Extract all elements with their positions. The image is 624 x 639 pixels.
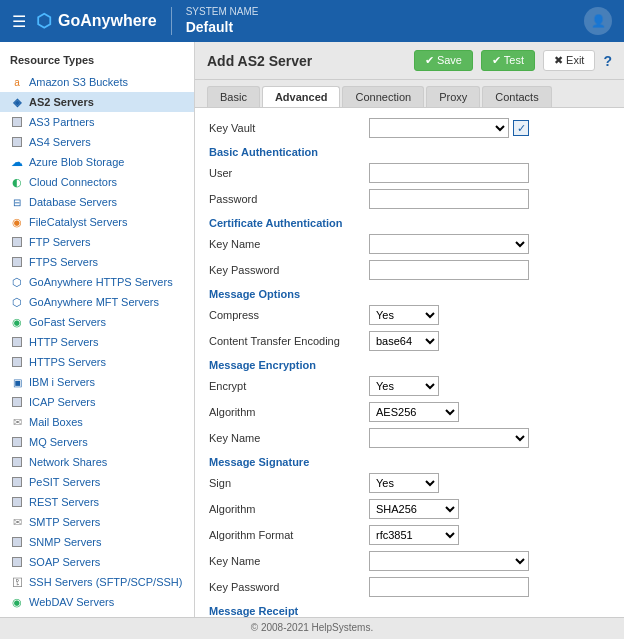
sidebar-item-label: FTP Servers xyxy=(29,236,91,248)
sidebar-item-pesit[interactable]: PeSIT Servers xyxy=(0,472,194,492)
sidebar-item-label: FTPS Servers xyxy=(29,256,98,268)
save-button[interactable]: ✔ Save xyxy=(414,50,473,71)
enc-key-name-select[interactable] xyxy=(369,428,529,448)
tab-basic[interactable]: Basic xyxy=(207,86,260,107)
content-transfer-select[interactable]: base64 binary 8bit xyxy=(369,331,439,351)
sidebar-item-ftp[interactable]: FTP Servers xyxy=(0,232,194,252)
exit-button[interactable]: ✖ Exit xyxy=(543,50,595,71)
as4-icon xyxy=(10,135,24,149)
sidebar-item-as3-partners[interactable]: AS3 Partners xyxy=(0,112,194,132)
help-icon[interactable]: ? xyxy=(603,53,612,69)
sidebar-item-ibm-i[interactable]: ▣ IBM i Servers xyxy=(0,372,194,392)
sign-select[interactable]: Yes No xyxy=(369,473,439,493)
sidebar-item-label: AS2 Servers xyxy=(29,96,94,108)
enc-key-name-field xyxy=(369,428,610,448)
enc-key-name-row: Key Name xyxy=(209,428,610,448)
algorithm-format-label: Algorithm Format xyxy=(209,529,369,541)
sidebar-item-label: GoAnywhere HTTPS Servers xyxy=(29,276,173,288)
sidebar-item-azure-blob[interactable]: ☁ Azure Blob Storage xyxy=(0,152,194,172)
encrypt-select[interactable]: Yes No xyxy=(369,376,439,396)
cert-key-name-select[interactable] xyxy=(369,234,529,254)
sidebar-item-ssh[interactable]: ⚿ SSH Servers (SFTP/SCP/SSH) xyxy=(0,572,194,592)
sidebar-item-mq[interactable]: MQ Servers xyxy=(0,432,194,452)
ftps-icon xyxy=(10,255,24,269)
sidebar-item-label: HTTPS Servers xyxy=(29,356,106,368)
ssh-icon: ⚿ xyxy=(10,575,24,589)
tab-connection[interactable]: Connection xyxy=(342,86,424,107)
sidebar-item-goanywhere-mft[interactable]: ⬡ GoAnywhere MFT Servers xyxy=(0,292,194,312)
compress-select[interactable]: Yes No xyxy=(369,305,439,325)
sidebar-title: Resource Types xyxy=(0,50,194,72)
sidebar-item-mailboxes[interactable]: ✉ Mail Boxes xyxy=(0,412,194,432)
sidebar-item-amazon-s3[interactable]: a Amazon S3 Buckets xyxy=(0,72,194,92)
key-vault-checkbox[interactable]: ✓ xyxy=(513,120,529,136)
key-vault-label: Key Vault xyxy=(209,122,369,134)
password-field xyxy=(369,189,610,209)
sidebar-item-label: SNMP Servers xyxy=(29,536,102,548)
webdav-icon: ◉ xyxy=(10,595,24,609)
algorithm-field: AES256 AES192 AES128 3DES xyxy=(369,402,610,422)
tab-contacts[interactable]: Contacts xyxy=(482,86,551,107)
algorithm-row: Algorithm AES256 AES192 AES128 3DES xyxy=(209,402,610,422)
icap-icon xyxy=(10,395,24,409)
page-title: Add AS2 Server xyxy=(207,53,406,69)
test-button[interactable]: ✔ Test xyxy=(481,50,535,71)
soap-icon xyxy=(10,555,24,569)
sidebar-item-rest[interactable]: REST Servers xyxy=(0,492,194,512)
password-input[interactable] xyxy=(369,189,529,209)
system-name: Default xyxy=(186,18,259,36)
sidebar-item-as2-servers[interactable]: ◈ AS2 Servers xyxy=(0,92,194,112)
sidebar-item-ftps[interactable]: FTPS Servers xyxy=(0,252,194,272)
tab-proxy[interactable]: Proxy xyxy=(426,86,480,107)
user-avatar[interactable]: 👤 xyxy=(584,7,612,35)
sig-algorithm-select[interactable]: SHA256 SHA1 MD5 xyxy=(369,499,459,519)
sig-key-password-input[interactable] xyxy=(369,577,529,597)
user-input[interactable] xyxy=(369,163,529,183)
sidebar-item-goanywhere-https[interactable]: ⬡ GoAnywhere HTTPS Servers xyxy=(0,272,194,292)
sidebar-item-http[interactable]: HTTP Servers xyxy=(0,332,194,352)
sidebar-item-soap[interactable]: SOAP Servers xyxy=(0,552,194,572)
user-icon: 👤 xyxy=(591,14,606,28)
tab-advanced[interactable]: Advanced xyxy=(262,86,341,107)
sig-key-name-label: Key Name xyxy=(209,555,369,567)
sidebar-item-label: IBM i Servers xyxy=(29,376,95,388)
sig-key-name-field xyxy=(369,551,610,571)
sidebar-item-filecatalyst[interactable]: ◉ FileCatalyst Servers xyxy=(0,212,194,232)
sidebar-item-smtp[interactable]: ✉ SMTP Servers xyxy=(0,512,194,532)
ftp-icon xyxy=(10,235,24,249)
key-vault-select[interactable] xyxy=(369,118,509,138)
sidebar-item-as4-servers[interactable]: AS4 Servers xyxy=(0,132,194,152)
system-label: SYSTEM NAME xyxy=(186,5,259,18)
algorithm-format-field: rfc3851 rfc5751 xyxy=(369,525,610,545)
sidebar-item-webdav[interactable]: ◉ WebDAV Servers xyxy=(0,592,194,612)
algorithm-format-select[interactable]: rfc3851 rfc5751 xyxy=(369,525,459,545)
sig-key-name-select[interactable] xyxy=(369,551,529,571)
cert-key-name-field xyxy=(369,234,610,254)
cert-key-password-row: Key Password xyxy=(209,260,610,280)
sidebar-item-label: SSH Servers (SFTP/SCP/SSH) xyxy=(29,576,182,588)
content-transfer-row: Content Transfer Encoding base64 binary … xyxy=(209,331,610,351)
sidebar-item-https[interactable]: HTTPS Servers xyxy=(0,352,194,372)
menu-icon[interactable]: ☰ xyxy=(12,12,26,31)
sidebar-item-snmp[interactable]: SNMP Servers xyxy=(0,532,194,552)
content-header: Add AS2 Server ✔ Save ✔ Test ✖ Exit ? xyxy=(195,42,624,80)
sidebar-item-cloud-connectors[interactable]: ◐ Cloud Connectors xyxy=(0,172,194,192)
sidebar-item-database-servers[interactable]: ⊟ Database Servers xyxy=(0,192,194,212)
enc-key-name-label: Key Name xyxy=(209,432,369,444)
sidebar-item-gofast[interactable]: ◉ GoFast Servers xyxy=(0,312,194,332)
algorithm-select[interactable]: AES256 AES192 AES128 3DES xyxy=(369,402,459,422)
password-row: Password xyxy=(209,189,610,209)
sidebar-item-network-shares[interactable]: Network Shares xyxy=(0,452,194,472)
algorithm-format-row: Algorithm Format rfc3851 rfc5751 xyxy=(209,525,610,545)
sidebar-item-icap[interactable]: ICAP Servers xyxy=(0,392,194,412)
sidebar-item-label: PeSIT Servers xyxy=(29,476,100,488)
ga-https-icon: ⬡ xyxy=(10,275,24,289)
sign-field: Yes No xyxy=(369,473,610,493)
filecatalyst-icon: ◉ xyxy=(10,215,24,229)
sidebar-item-label: AS3 Partners xyxy=(29,116,94,128)
cert-key-password-input[interactable] xyxy=(369,260,529,280)
app-footer: © 2008-2021 HelpSystems. xyxy=(0,617,624,639)
sidebar-item-label: ICAP Servers xyxy=(29,396,95,408)
content-area: Add AS2 Server ✔ Save ✔ Test ✖ Exit ? Ba… xyxy=(195,42,624,617)
amazon-icon: a xyxy=(10,75,24,89)
